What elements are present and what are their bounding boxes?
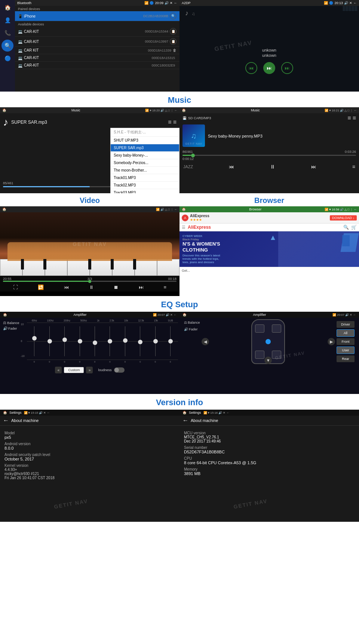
- balance-down-btn[interactable]: ▼: [264, 357, 272, 364]
- cart-icon[interactable]: 🛒: [351, 225, 357, 230]
- download-button[interactable]: DOWNLOAD ↓: [330, 215, 357, 221]
- bluetooth-sidebar: 🏠 👤 📞 🔍 🔵: [0, 0, 15, 92]
- front-btn[interactable]: Front: [337, 338, 355, 345]
- balance-icon: ⚖: [3, 321, 6, 325]
- eq-preset-label[interactable]: Custom: [64, 367, 84, 373]
- eq-next-btn[interactable]: »: [86, 367, 93, 373]
- person-icon[interactable]: 👤: [1, 14, 13, 26]
- version-left-header: 🏠 Settings 📶♥15:15🔊✕←: [0, 410, 180, 416]
- music-notes-decor: ♪ ♫: [185, 9, 195, 17]
- browser-panel: 🏠 Browser 📶♥16:58🔊△□⋮← A AliExpress ★★★★…: [180, 206, 359, 296]
- user-btn[interactable]: User: [337, 346, 355, 354]
- search-device-icon[interactable]: 🔍: [170, 13, 177, 19]
- music-right-source-bar: 💾 SD CARD/MP3 ≡ ≡: [180, 113, 359, 123]
- playlist-item-3[interactable]: Sexy baby-Money-...: [111, 152, 179, 159]
- all-btn[interactable]: All: [337, 329, 355, 337]
- a2dp-status-bar: A2DP 📶 🔵 20:13 🔊 ✕ ←: [180, 0, 359, 6]
- fullscreen-icon[interactable]: ⛶: [13, 284, 18, 290]
- eq-slider-9[interactable]: [148, 323, 163, 360]
- bt-back-icon: ←: [174, 1, 177, 5]
- video-home-icon: 🏠: [2, 207, 6, 211]
- site-address-label: AliExpress: [188, 225, 211, 230]
- kernel-value: 4.4.93+ rocky@hctr930 #121 Fri Jan 26 10…: [4, 468, 175, 480]
- music-right-bar-bg[interactable]: [182, 155, 356, 156]
- video-list-icon[interactable]: ≡: [164, 284, 167, 290]
- phone-icon[interactable]: 📞: [1, 27, 13, 39]
- bt-device-2[interactable]: 💻 CAR-KIT 000D18A13997 📋: [15, 37, 180, 47]
- loudness-toggle[interactable]: [114, 367, 125, 373]
- repeat-icon[interactable]: 🔁: [38, 284, 44, 290]
- a2dp-play-btn[interactable]: ⏭: [263, 62, 275, 74]
- pause-icon[interactable]: ⏸: [22, 192, 28, 193]
- eq-scale-neg10: -10: [21, 355, 25, 357]
- list-icon-ctrl[interactable]: ≡: [352, 164, 355, 170]
- video-panel: 🏠 📶🔊△□⋮←: [0, 206, 180, 296]
- paired-iphone[interactable]: 📱 iPhone DC2B2AB2008B 🔍: [15, 11, 180, 21]
- eq-prev-btn[interactable]: «: [55, 367, 62, 373]
- bt-device-5[interactable]: 💻 CAR-KIT 000C180032E9: [15, 62, 180, 69]
- playlist-item-4[interactable]: Somebody-Perzios...: [111, 159, 179, 167]
- eq-slider-2[interactable]: [42, 323, 57, 360]
- banner-black-friday: Black Friday: [182, 238, 356, 241]
- music-left-home: 🏠: [2, 108, 6, 112]
- ver-left-title: Settings: [9, 411, 22, 415]
- eq-right-panel: 🏠 Amplifier 📶20:07🔊✕← ⚖ Balance 🔊 Fader: [180, 312, 359, 394]
- bt-vol-icon: 🔊: [165, 1, 169, 5]
- bt-device-4[interactable]: 💻 CAR-KIT 000D18A15315: [15, 54, 180, 62]
- bt-time: 20:09: [155, 1, 163, 5]
- bt-device-icon-4: 💻: [18, 56, 22, 60]
- skip-back-icon[interactable]: ⏮: [229, 164, 234, 170]
- playlist-item-6[interactable]: Track01.MP3: [111, 174, 179, 182]
- balance-right-btn[interactable]: ▶: [328, 338, 335, 345]
- search-icon[interactable]: 🔍: [1, 40, 13, 52]
- a2dp-bt: 🔵: [329, 1, 333, 5]
- bluetooth-row: 🏠 👤 📞 🔍 🔵 Bluetooth 📶 🔵 20:09 🔊 ✕ ←: [0, 0, 359, 92]
- eq-scale-10: 10: [21, 323, 24, 326]
- eq-right-labels: ⚖ Balance 🔊 Fader: [182, 319, 202, 364]
- eq-slider-5[interactable]: [87, 323, 102, 360]
- browser-address-bar[interactable]: ☰ AliExpress 🔍 🛒: [180, 224, 359, 231]
- bt-device-3[interactable]: 💻 CAR KIT 000D18A11339 🗑: [15, 47, 180, 54]
- kernel-label: Kernel version: [4, 463, 175, 468]
- eq-slider-4[interactable]: [72, 323, 87, 360]
- driver-btn[interactable]: Driver: [337, 321, 355, 328]
- ver-right-back[interactable]: ←: [182, 417, 188, 424]
- playlist-item-2-active[interactable]: SUPER SAR.mp3: [111, 144, 179, 152]
- rear-btn[interactable]: Rear: [337, 355, 355, 362]
- play-icon[interactable]: ▷: [67, 192, 71, 193]
- a2dp-prev-btn[interactable]: ⏮: [245, 62, 257, 74]
- playlist-item-7[interactable]: Track02.MP3: [111, 182, 179, 189]
- eq-slider-1[interactable]: [27, 323, 42, 360]
- ver-left-back[interactable]: ←: [3, 417, 9, 424]
- video-next-icon[interactable]: ⏭: [139, 284, 144, 290]
- skip-fwd-icon[interactable]: ⏭: [311, 164, 316, 170]
- mcu-value: MTCE_CH5_V2.76.1 Dec 20 2017 15:49:46: [184, 435, 355, 443]
- banner-text: CYBER WEEK Black Friday N'S & WOMEN'SCLO…: [182, 234, 356, 264]
- eq-slider-7[interactable]: [117, 323, 132, 360]
- eq-slider-3[interactable]: [57, 323, 72, 360]
- video-prev-icon[interactable]: ⏮: [64, 284, 69, 290]
- playlist-item-8[interactable]: Track03.MP3: [111, 189, 179, 193]
- video-progress-bar[interactable]: [3, 281, 177, 282]
- slider-dot-6: [108, 339, 112, 343]
- eq-slider-6[interactable]: [102, 323, 117, 360]
- video-browser-row: 🏠 📶🔊△□⋮←: [0, 206, 359, 296]
- bt-device-1[interactable]: 💻 CAR-KIT 000D18A15344 📋: [15, 27, 180, 37]
- trash-icon-3[interactable]: 🗑: [173, 48, 177, 52]
- slider-dot-1: [32, 336, 37, 341]
- playlist-item-1[interactable]: SHUT UP.MP3: [111, 137, 179, 144]
- video-stop-icon[interactable]: ⏹: [114, 284, 119, 290]
- home-icon[interactable]: 🏠: [1, 1, 13, 13]
- balance-left-btn[interactable]: ◀: [202, 338, 209, 345]
- browser-search-icon[interactable]: 🔍: [343, 225, 349, 230]
- a2dp-next-btn[interactable]: ⏭: [281, 62, 293, 74]
- eq-slider-8[interactable]: [133, 323, 148, 360]
- pause-icon-r[interactable]: ⏸: [270, 164, 275, 170]
- site-name-label: AliExpress: [190, 214, 209, 218]
- video-pause-icon[interactable]: ⏸: [89, 284, 94, 290]
- a2dp-panel: A2DP 📶 🔵 20:13 🔊 ✕ ← ♪ ♫ GETIT NAV: [180, 0, 359, 92]
- a2dp-signal: 📶: [324, 1, 328, 5]
- bluetooth-icon[interactable]: 🔵: [1, 52, 13, 64]
- playlist-item-5[interactable]: The moon-Brother...: [111, 167, 179, 174]
- eq-slider-10[interactable]: [163, 323, 178, 360]
